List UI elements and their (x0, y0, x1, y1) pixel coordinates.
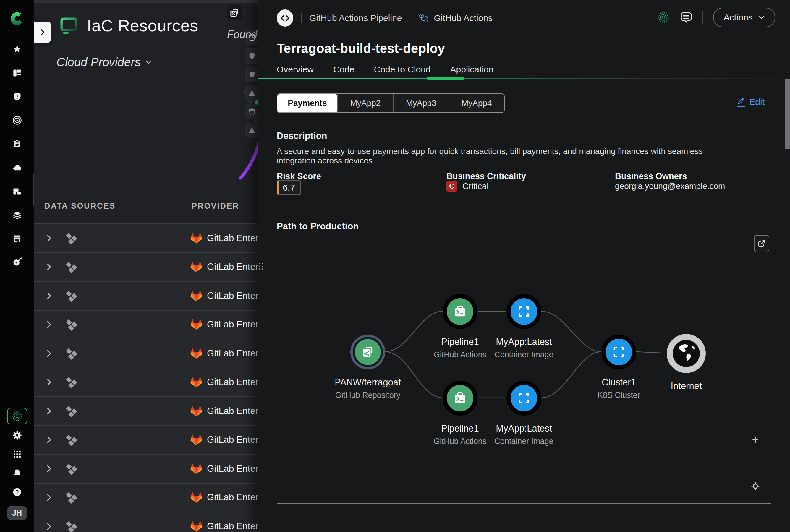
table-row[interactable]: GitLab Enterprise (34, 397, 258, 426)
notifications-bell-icon[interactable] (13, 469, 22, 478)
gitlab-logo-icon (190, 377, 202, 388)
close-panel-icon[interactable] (227, 5, 242, 20)
report-clipboard-icon[interactable] (13, 139, 21, 148)
cloud-providers-filter[interactable]: Cloud Providers (56, 56, 152, 69)
user-avatar[interactable]: JH (7, 506, 27, 520)
zoom-out-button[interactable]: − (749, 456, 762, 470)
main-scrollbar-thumb[interactable] (785, 79, 790, 149)
data-source-icon (64, 260, 78, 274)
storefront-icon[interactable] (13, 234, 22, 243)
container-image-icon (511, 385, 537, 412)
row-expand-chevron-icon[interactable] (46, 465, 52, 472)
row-expand-chevron-icon[interactable] (46, 523, 52, 530)
provider-name: GitLab Enterprise (207, 463, 258, 474)
provider-name: GitLab Enterprise (207, 435, 258, 445)
gitlab-logo-icon (190, 261, 202, 272)
help-icon[interactable]: ? (13, 487, 22, 497)
apps-grid-icon[interactable] (13, 450, 21, 458)
gitlab-logo-icon (190, 463, 202, 474)
detail-panel: GitHub Actions Pipeline GitHub Actions A… (258, 0, 790, 532)
table-row[interactable]: GitLab Enterprise (34, 483, 258, 513)
table-row[interactable]: GitLab Enterprise (34, 253, 258, 282)
node-label: Internet (671, 381, 701, 391)
shield-icon[interactable] (245, 67, 258, 82)
provider-name: GitLab Enterprise (207, 521, 258, 532)
table-row[interactable]: GitLab Enterprise (34, 426, 258, 455)
provider-name: GitLab Enterprise (207, 406, 258, 416)
recenter-crosshair-icon[interactable] (749, 481, 762, 491)
row-expand-chevron-icon[interactable] (46, 292, 52, 299)
data-source-icon (64, 404, 78, 418)
data-source-icon (64, 231, 78, 245)
rail-scrollbar-thumb[interactable] (33, 174, 34, 206)
provider-name: GitLab Enterprise (207, 348, 258, 359)
table-row[interactable]: GitLab Enterprise (34, 368, 258, 397)
shield-icon[interactable] (245, 48, 258, 63)
table-row[interactable]: GitLab Enterprise (34, 512, 258, 532)
filter-label: Cloud Providers (56, 56, 141, 69)
row-expand-chevron-icon[interactable] (46, 407, 52, 415)
provider-name: GitLab Enterprise (207, 492, 258, 503)
gitlab-logo-icon (190, 434, 202, 445)
provider-name: GitLab Enterprise (207, 233, 258, 244)
provider-name: GitLab Enterprise (207, 377, 258, 387)
data-source-icon (64, 519, 78, 532)
table-row[interactable]: GitLab Enterprise (34, 311, 258, 340)
warning-icon[interactable] (245, 86, 258, 101)
row-expand-chevron-icon[interactable] (46, 379, 52, 386)
table-row[interactable]: GitLab Enterprise (34, 339, 258, 368)
gitlab-logo-icon (190, 405, 202, 417)
warning-icon[interactable] (245, 123, 258, 138)
data-source-icon (64, 490, 78, 505)
table-row[interactable]: GitLab Enterprise (34, 282, 258, 311)
table-row[interactable]: GitLab Enterprise (34, 224, 258, 253)
svg-text:?: ? (15, 489, 19, 495)
favorites-star-icon[interactable] (13, 45, 22, 54)
page-title: IaC Resources (87, 16, 199, 35)
row-expand-chevron-icon[interactable] (46, 235, 52, 242)
provider-name: GitLab Enterprise (207, 319, 258, 330)
data-source-icon (64, 433, 78, 447)
found-label: Found (227, 28, 258, 41)
data-sources-rows: GitLab Enterprise GitLab Enterprise (34, 224, 258, 532)
globe-icon (673, 340, 700, 367)
column-provider[interactable]: PROVIDER (192, 202, 239, 211)
settings-gear-icon[interactable] (13, 431, 22, 440)
gitlab-logo-icon (190, 319, 202, 330)
node-sublabel: K8S Cluster (598, 391, 640, 400)
provider-name: GitLab Enterprise (207, 262, 258, 272)
gitlab-logo-icon (190, 233, 202, 244)
row-expand-chevron-icon[interactable] (46, 350, 52, 357)
layers-icon[interactable] (13, 211, 22, 220)
table-header: DATA SOURCES PROVIDER (34, 202, 258, 224)
row-expand-chevron-icon[interactable] (46, 494, 52, 501)
bucket-icon[interactable] (245, 104, 258, 119)
table-row[interactable]: GitLab Enterprise (34, 455, 258, 483)
panel-expand-button[interactable] (34, 22, 51, 43)
ai-assistant-button[interactable] (7, 408, 27, 424)
row-expand-chevron-icon[interactable] (46, 321, 52, 328)
iac-monitor-icon (59, 17, 79, 35)
gauge-icon[interactable] (13, 257, 22, 267)
zoom-in-button[interactable]: + (749, 433, 762, 446)
target-icon[interactable] (13, 116, 22, 125)
diagram-node-internet[interactable]: Internet (630, 334, 742, 391)
column-data-sources[interactable]: DATA SOURCES (44, 202, 116, 211)
node-sublabel: Container Image (494, 437, 553, 446)
row-expand-chevron-icon[interactable] (46, 263, 52, 270)
cloud-icon[interactable] (13, 163, 22, 172)
panel-resize-handle[interactable] (259, 263, 263, 269)
diagram-bottom-border (277, 503, 771, 504)
shield-alert-icon[interactable] (13, 92, 22, 101)
row-expand-chevron-icon[interactable] (46, 436, 52, 443)
node-label: MyApp:Latest (496, 423, 552, 434)
gitlab-logo-icon (190, 290, 202, 302)
brand-logo-icon[interactable] (10, 12, 24, 25)
dashboard-icon[interactable] (13, 69, 22, 77)
assets-blocks-icon[interactable] (13, 187, 22, 196)
container-image-icon (511, 298, 537, 325)
column-divider (178, 200, 178, 222)
node-sublabel: Container Image (494, 350, 553, 359)
nav-rail: ? JH (0, 0, 34, 532)
app-root: ? JH (0, 0, 790, 532)
